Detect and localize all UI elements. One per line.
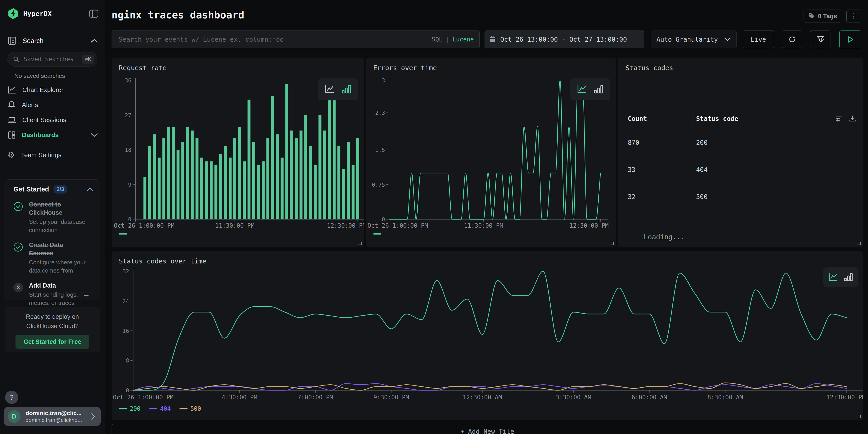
wrap-lines-icon[interactable] [835, 115, 843, 122]
panel-status-codes: Status codes Count Status code 870200334… [618, 58, 863, 247]
svg-text:Oct 26 1:00:00 PM: Oct 26 1:00:00 PM [368, 222, 428, 229]
chevron-right-icon [91, 412, 96, 420]
sidebar-item-alerts[interactable]: Alerts [0, 98, 105, 112]
get-started-progress-badge: 2/3 [54, 185, 67, 193]
sidebar-item-label: Chart Explorer [22, 86, 64, 94]
legend-dash [179, 408, 188, 409]
svg-text:Oct 26 1:00:00 PM: Oct 26 1:00:00 PM [113, 394, 174, 401]
step-desc: Set up your database connection [29, 218, 86, 234]
table-row[interactable]: 870200 [628, 129, 856, 156]
svg-text:7:00:00 PM: 7:00:00 PM [298, 394, 333, 401]
line-chart-toggle-icon[interactable] [577, 85, 587, 94]
column-separator[interactable] [692, 114, 692, 124]
help-button[interactable]: ? [5, 391, 18, 404]
svg-text:8:30:00 AM: 8:30:00 AM [708, 394, 743, 401]
add-new-tile-button[interactable]: + Add New Tile [112, 424, 863, 434]
svg-text:2.3: 2.3 [375, 110, 385, 116]
get-started-free-button[interactable]: Get Started for Free [16, 335, 89, 349]
sidebar-item-search[interactable]: Search [7, 35, 98, 46]
event-search-box[interactable]: SQL | Lucene [112, 31, 479, 48]
step-number-badge: 3 [13, 283, 23, 292]
line-chart-toggle-icon[interactable] [828, 273, 838, 282]
clickhouse-cloud-promo: Ready to deploy on ClickHouse Cloud? Get… [5, 307, 100, 352]
bar-chart-toggle-icon[interactable] [844, 273, 853, 282]
line-chart-icon [7, 86, 16, 94]
column-header-status-code: Status code [696, 115, 738, 123]
chevron-down-icon [724, 37, 731, 41]
svg-text:9: 9 [128, 182, 131, 188]
check-circle-icon [13, 202, 23, 211]
legend-item-200[interactable]: 200 [119, 405, 141, 412]
page-title: nginx traces dashboard [112, 9, 244, 21]
cell-status-code: 404 [696, 166, 708, 174]
brand-row: HyperDX [7, 8, 99, 19]
svg-text:0: 0 [128, 216, 131, 223]
svg-text:32: 32 [123, 268, 129, 275]
svg-text:12:30:00 AM: 12:30:00 AM [463, 394, 502, 401]
promo-line-1: Ready to deploy on [5, 312, 100, 321]
sidebar-item-client-sessions[interactable]: Client Sessions [0, 114, 105, 127]
legend-item [119, 234, 127, 235]
resize-handle[interactable] [358, 242, 362, 245]
tag-icon [808, 12, 815, 20]
legend-item-404[interactable]: 404 [149, 405, 171, 412]
refresh-button[interactable] [782, 31, 802, 48]
shortcut-badge: ⌘K [82, 55, 94, 64]
resize-handle[interactable] [611, 242, 614, 245]
svg-text:36: 36 [125, 78, 131, 84]
get-started-step-datasources[interactable]: Create Data Sources Configure where your… [11, 241, 94, 275]
panel-request-rate: Request rate 36271890Oct 26 1:00:00 PM11… [112, 58, 364, 247]
resize-handle[interactable] [857, 242, 861, 245]
filter-button[interactable] [810, 31, 830, 48]
live-button[interactable]: Live [743, 31, 774, 48]
sidebar-item-chart-explorer[interactable]: Chart Explorer [0, 83, 105, 97]
main-content: nginx traces dashboard 0 Tags ⋮ SQL | Lu… [105, 0, 868, 434]
table-row[interactable]: 33404 [628, 156, 856, 183]
svg-text:1.5: 1.5 [375, 147, 385, 153]
time-range-picker[interactable]: Oct 26 13:00:00 - Oct 27 13:00:00 [485, 31, 644, 48]
user-menu[interactable]: D dominic.tran@clic... dominic.tran@clic… [4, 407, 101, 426]
sidebar-item-label: Dashboards [22, 131, 59, 139]
search-section-icon [7, 36, 17, 45]
sidebar-item-team-settings[interactable]: ⚙ Team Settings [0, 149, 105, 162]
bell-icon [7, 101, 16, 109]
legend-label: 404 [160, 405, 171, 412]
play-icon [847, 36, 854, 43]
svg-text:12:30:00 PM: 12:30:00 PM [327, 222, 364, 229]
hyperdx-logo-icon [7, 8, 19, 20]
collapse-sidebar-icon[interactable] [89, 9, 99, 18]
granularity-select[interactable]: Auto Granularity [651, 31, 737, 48]
bar-chart-toggle-icon[interactable] [341, 85, 351, 94]
search-icon [13, 56, 20, 63]
tags-button[interactable]: 0 Tags [804, 9, 841, 23]
chevron-down-icon [90, 132, 98, 137]
step-desc: Configure where your data comes from [29, 258, 86, 275]
lucene-toggle[interactable]: Lucene [453, 36, 474, 43]
get-started-step-connect[interactable]: Connect to ClickHouse Set up your databa… [11, 200, 94, 234]
line-chart-toggle-icon[interactable] [324, 85, 335, 94]
event-search-input[interactable] [118, 35, 432, 43]
saved-searches-box[interactable]: ⌘K [7, 52, 97, 66]
get-started-header[interactable]: Get Started 2/3 [11, 185, 94, 193]
legend-dash [119, 234, 127, 235]
step-title: Add Data [29, 281, 83, 290]
resize-handle[interactable] [857, 415, 861, 418]
get-started-step-add-data[interactable]: 3 Add Data Start sending logs, metrics, … [11, 281, 94, 307]
svg-text:27: 27 [125, 112, 131, 119]
status-legend: 200404500 [119, 405, 201, 412]
bar-chart-toggle-icon[interactable] [594, 85, 603, 94]
sql-toggle[interactable]: SQL [432, 36, 442, 43]
step-desc: Start sending logs, metrics, or traces [29, 290, 86, 307]
run-query-button[interactable] [839, 31, 861, 48]
step-title: Connect to ClickHouse [29, 200, 83, 217]
more-options-button[interactable]: ⋮ [846, 9, 861, 23]
gear-icon: ⚙ [7, 151, 15, 159]
download-icon[interactable] [849, 115, 856, 122]
legend-item-500[interactable]: 500 [179, 405, 201, 412]
table-row[interactable]: 32500 [628, 183, 856, 210]
granularity-value: Auto Granularity [656, 36, 724, 43]
svg-text:12:30:00 PM: 12:30:00 PM [569, 222, 609, 229]
chevron-up-icon [86, 187, 94, 192]
sidebar-item-dashboards[interactable]: Dashboards [0, 128, 105, 142]
saved-searches-input[interactable] [23, 56, 82, 63]
